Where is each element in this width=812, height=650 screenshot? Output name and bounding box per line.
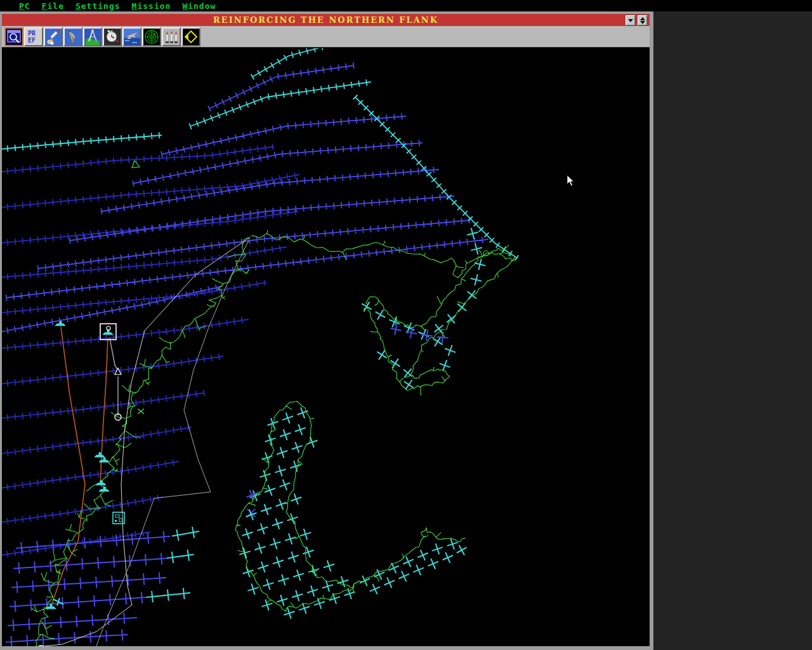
rotate-view-button[interactable] bbox=[181, 27, 200, 46]
menu-item-file[interactable]: File bbox=[42, 1, 64, 11]
ordnance-button[interactable] bbox=[162, 27, 181, 46]
window-title: REINFORCING THE NORTHERN FLANK bbox=[213, 15, 438, 25]
green-x-symbol bbox=[138, 409, 144, 414]
svg-text:EF: EF bbox=[28, 37, 36, 44]
radar-scope-icon bbox=[143, 29, 160, 45]
down-triangle-icon bbox=[628, 19, 633, 22]
scenario-window: REINFORCING THE NORTHERN FLANK PREF bbox=[0, 11, 653, 650]
menu-item-settings[interactable]: Settings bbox=[75, 1, 121, 11]
navigation-button[interactable] bbox=[83, 27, 102, 46]
green-flag-symbol bbox=[132, 161, 140, 168]
launch-weapon-button[interactable] bbox=[44, 27, 63, 46]
ship-unit bbox=[96, 481, 106, 485]
menu-item-mission[interactable]: Mission bbox=[132, 1, 171, 11]
collapse-button[interactable] bbox=[625, 15, 636, 26]
magnifier-window-icon bbox=[6, 29, 22, 45]
radar-dish-icon bbox=[65, 29, 81, 45]
coastline-gulf-of-bothnia bbox=[235, 401, 358, 611]
stopwatch-missile-icon bbox=[104, 29, 121, 45]
radar-scope-button[interactable] bbox=[142, 27, 161, 46]
ship-unit bbox=[99, 487, 109, 491]
time-compression-button[interactable] bbox=[103, 27, 122, 46]
ship-unit bbox=[95, 453, 105, 457]
svg-text:PR: PR bbox=[28, 30, 36, 37]
yellow-diamond-arrow-icon bbox=[183, 29, 199, 45]
coastline-white-sea bbox=[363, 245, 516, 395]
aircraft-sea-icon bbox=[124, 29, 140, 45]
coastline-gulf-of-finland-coast bbox=[358, 528, 466, 582]
ship-unit bbox=[99, 458, 109, 462]
ship-unit bbox=[103, 330, 113, 335]
pref-letters-icon: PREF bbox=[25, 29, 42, 45]
resize-button[interactable] bbox=[637, 15, 648, 26]
compass-map-icon bbox=[84, 29, 101, 45]
up-triangle-icon bbox=[640, 17, 645, 20]
missile-rack-icon bbox=[163, 29, 180, 45]
toolbar: PREF bbox=[2, 26, 650, 48]
map-canvas[interactable] bbox=[2, 48, 650, 646]
desktop: PCFileSettingsMissionWindow REINFORCING … bbox=[0, 0, 812, 650]
missile-launch-icon bbox=[45, 29, 62, 45]
preferences-button[interactable]: PREF bbox=[24, 27, 43, 46]
menu-item-window[interactable]: Window bbox=[182, 1, 216, 11]
ship-unit bbox=[55, 321, 65, 326]
menu-item-pc[interactable]: PC bbox=[19, 1, 30, 11]
air-operations-button[interactable] bbox=[122, 27, 141, 46]
sensors-button[interactable] bbox=[63, 27, 82, 46]
triangle-unit bbox=[115, 368, 121, 375]
zoom-tool-button[interactable] bbox=[4, 27, 23, 46]
down-triangle-icon bbox=[640, 21, 645, 24]
menu-bar: PCFileSettingsMissionWindow bbox=[0, 0, 812, 11]
window-titlebar[interactable]: REINFORCING THE NORTHERN FLANK bbox=[2, 14, 650, 26]
